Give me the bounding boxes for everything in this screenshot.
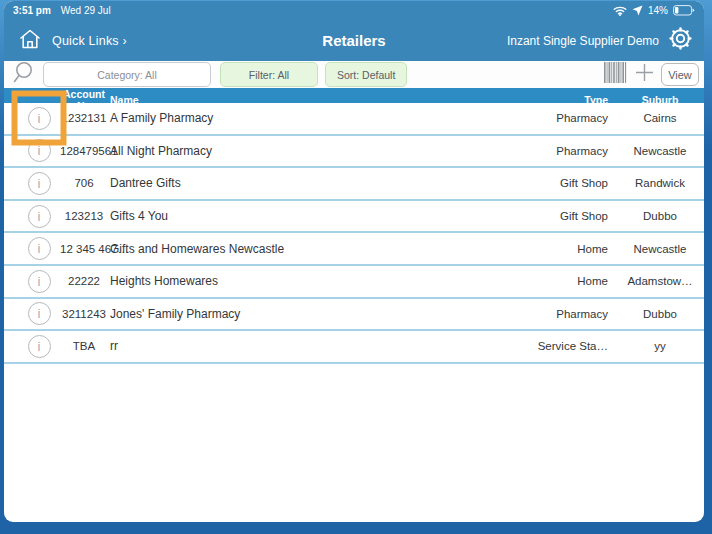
column-header-account-no: Account No bbox=[60, 88, 108, 112]
battery-icon bbox=[673, 5, 695, 16]
row-type: Pharmacy bbox=[506, 112, 616, 124]
home-icon[interactable] bbox=[17, 26, 43, 56]
table-row[interactable]: i 22222 Heights Homewares Home Adamstow… bbox=[4, 266, 704, 299]
nav-bar: Quick Links › Retailers Inzant Single Su… bbox=[4, 20, 704, 61]
row-info-cell: i bbox=[18, 168, 60, 199]
row-name: All Night Pharmacy bbox=[108, 144, 506, 158]
row-suburb: Randwick bbox=[616, 177, 704, 189]
column-header-name: Name bbox=[108, 94, 506, 106]
row-type: Home bbox=[506, 275, 616, 287]
quick-links-button[interactable]: Quick Links › bbox=[52, 34, 127, 48]
row-suburb: Newcastle bbox=[616, 145, 704, 157]
row-suburb: yy bbox=[616, 340, 704, 352]
account-name-label: Inzant Single Supplier Demo bbox=[507, 34, 659, 48]
row-type: Pharmacy bbox=[506, 308, 616, 320]
row-info-cell: i bbox=[18, 201, 60, 232]
status-time: 3:51 pm bbox=[13, 5, 51, 16]
info-icon-glyph: i bbox=[38, 275, 41, 288]
info-icon[interactable]: i bbox=[28, 172, 51, 195]
row-info-cell: i bbox=[18, 299, 60, 330]
column-header-type: Type bbox=[506, 94, 616, 106]
view-button[interactable]: View bbox=[661, 63, 699, 86]
row-type: Pharmacy bbox=[506, 145, 616, 157]
row-type: Gift Shop bbox=[506, 177, 616, 189]
row-suburb: Dubbo bbox=[616, 210, 704, 222]
table-row[interactable]: i 12 345 467… Gifts and Homewares Newcas… bbox=[4, 233, 704, 266]
row-name: Gifts 4 You bbox=[108, 209, 506, 223]
table-row[interactable]: i TBA rr Service Sta… yy bbox=[4, 331, 704, 364]
gear-icon[interactable] bbox=[667, 25, 694, 56]
row-account-no: 128479561 bbox=[60, 145, 108, 157]
nav-right: Inzant Single Supplier Demo bbox=[507, 25, 694, 56]
row-type: Home bbox=[506, 243, 616, 255]
status-date: Wed 29 Jul bbox=[61, 5, 111, 16]
table-row[interactable]: i 3211243 Jones' Family Pharmacy Pharmac… bbox=[4, 299, 704, 332]
info-icon[interactable]: i bbox=[28, 139, 51, 162]
row-account-no: 1232131 bbox=[60, 112, 108, 124]
row-suburb: Newcastle bbox=[616, 243, 704, 255]
row-type: Service Sta… bbox=[506, 340, 616, 352]
row-name: Dantree Gifts bbox=[108, 176, 506, 190]
info-icon[interactable]: i bbox=[28, 107, 51, 130]
row-account-no: 3211243 bbox=[60, 308, 108, 320]
info-icon[interactable]: i bbox=[28, 237, 51, 260]
info-icon-glyph: i bbox=[38, 340, 41, 353]
status-left: 3:51 pm Wed 29 Jul bbox=[13, 5, 111, 16]
info-icon-glyph: i bbox=[38, 177, 41, 190]
info-icon[interactable]: i bbox=[28, 205, 51, 228]
row-info-cell: i bbox=[18, 331, 60, 362]
location-arrow-icon bbox=[632, 5, 643, 16]
row-account-no: TBA bbox=[60, 340, 108, 352]
table-row[interactable]: i 128479561 All Night Pharmacy Pharmacy … bbox=[4, 136, 704, 169]
row-account-no: 706 bbox=[60, 177, 108, 189]
app-window: 3:51 pm Wed 29 Jul 14% bbox=[4, 1, 704, 522]
info-icon-glyph: i bbox=[38, 307, 41, 320]
row-name: Jones' Family Pharmacy bbox=[108, 307, 506, 321]
row-name: Gifts and Homewares Newcastle bbox=[108, 242, 506, 256]
search-icon[interactable] bbox=[11, 60, 35, 90]
row-info-cell: i bbox=[18, 103, 60, 134]
status-right: 14% bbox=[613, 5, 695, 16]
nav-left: Quick Links › bbox=[17, 26, 127, 56]
table-row[interactable]: i 123213 Gifts 4 You Gift Shop Dubbo bbox=[4, 201, 704, 234]
toolbar: Category: All Filter: All Sort: Default bbox=[4, 61, 704, 88]
wifi-icon bbox=[613, 5, 627, 16]
row-info-cell: i bbox=[18, 266, 60, 297]
row-info-cell: i bbox=[18, 136, 60, 167]
status-bar: 3:51 pm Wed 29 Jul 14% bbox=[4, 1, 704, 20]
row-account-no: 22222 bbox=[60, 275, 108, 287]
table-header: Account No Name Type Suburb bbox=[4, 88, 704, 103]
category-filter-button[interactable]: Category: All bbox=[43, 62, 211, 87]
row-suburb: Adamstow… bbox=[616, 275, 704, 287]
info-icon-glyph: i bbox=[38, 112, 41, 125]
battery-percentage: 14% bbox=[648, 5, 668, 16]
add-button-icon[interactable] bbox=[635, 63, 654, 86]
barcode-icon[interactable] bbox=[604, 62, 628, 87]
info-icon[interactable]: i bbox=[28, 302, 51, 325]
info-icon-glyph: i bbox=[38, 210, 41, 223]
filter-button[interactable]: Filter: All bbox=[220, 62, 318, 87]
row-name: A Family Pharmacy bbox=[108, 111, 506, 125]
info-icon[interactable]: i bbox=[28, 270, 51, 293]
info-icon[interactable]: i bbox=[28, 335, 51, 358]
row-suburb: Cairns bbox=[616, 112, 704, 124]
sort-button[interactable]: Sort: Default bbox=[325, 62, 407, 87]
table-row[interactable]: i 706 Dantree Gifts Gift Shop Randwick bbox=[4, 168, 704, 201]
row-account-no: 12 345 467… bbox=[60, 243, 108, 255]
row-info-cell: i bbox=[18, 233, 60, 264]
row-type: Gift Shop bbox=[506, 210, 616, 222]
row-name: rr bbox=[108, 339, 506, 353]
table-body: i 1232131 A Family Pharmacy Pharmacy Cai… bbox=[4, 103, 704, 364]
info-icon-glyph: i bbox=[38, 144, 41, 157]
info-icon-glyph: i bbox=[38, 242, 41, 255]
column-header-suburb: Suburb bbox=[616, 94, 704, 106]
row-name: Heights Homewares bbox=[108, 274, 506, 288]
row-account-no: 123213 bbox=[60, 210, 108, 222]
row-suburb: Dubbo bbox=[616, 308, 704, 320]
table-row[interactable]: i 1232131 A Family Pharmacy Pharmacy Cai… bbox=[4, 103, 704, 136]
